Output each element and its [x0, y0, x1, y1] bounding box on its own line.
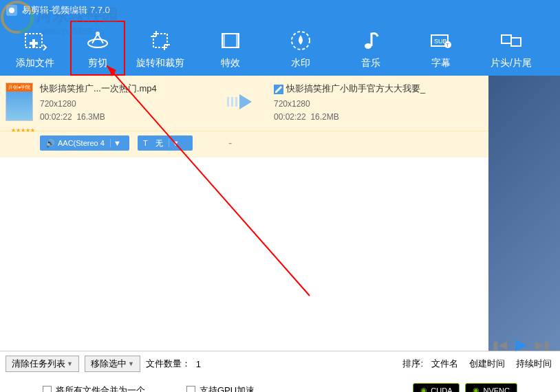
file-list: 开创●学院 ★★★★★ 快影搞笑推广...一次热门.mp4 720x1280 0… — [0, 76, 488, 351]
music-button[interactable]: 音乐 — [336, 21, 406, 76]
clear-list-button[interactable]: 清除任务列表▼ — [6, 356, 79, 372]
output-duration: 00:02:22 — [274, 112, 306, 122]
next-button[interactable]: ▶▮ — [535, 338, 550, 351]
toolbar-label: 剪切 — [88, 57, 107, 69]
svg-rect-12 — [236, 34, 239, 47]
file-count-value: 1 — [196, 359, 201, 369]
cut-button[interactable]: 剪切 — [70, 21, 125, 76]
subtitle-button[interactable]: SUBT 字幕 — [406, 21, 476, 76]
nvidia-icon: ◉ — [473, 386, 480, 392]
nvenc-badge: ◉NVENC — [465, 383, 517, 392]
clips-icon — [499, 27, 524, 54]
svg-rect-19 — [502, 35, 511, 43]
toolbar-label: 旋转和裁剪 — [136, 57, 184, 69]
svg-rect-23 — [235, 97, 237, 107]
app-title: 易剪辑-视频编辑 7.7.0 — [22, 4, 110, 17]
preview-panel — [488, 76, 560, 351]
merge-all-checkbox[interactable]: 将所有文件合并为一个 — [43, 384, 145, 393]
toolbar-label: 添加文件 — [16, 57, 54, 69]
crop-icon — [148, 27, 173, 54]
sort-by-duration[interactable]: 持续时间 — [513, 358, 554, 370]
subtitle-icon: SUBT — [429, 27, 453, 54]
add-file-button[interactable]: 添加文件 — [0, 21, 70, 76]
sort-by-created[interactable]: 创建时间 — [466, 358, 508, 370]
svg-rect-20 — [511, 38, 521, 46]
chevron-down-icon: ▼ — [128, 360, 134, 367]
cut-icon — [85, 27, 110, 54]
toolbar: 添加文件 剪切 旋转和裁剪 特效 水印 音乐 SUBT 字幕 — [0, 21, 560, 76]
watermark-button[interactable]: 水印 — [266, 21, 336, 76]
svg-rect-11 — [222, 34, 225, 47]
text-icon: T — [143, 139, 148, 147]
input-duration: 00:02:22 — [40, 112, 72, 122]
titlebar: 易剪辑-视频编辑 7.7.0 — [0, 0, 560, 21]
input-resolution: 720x1280 — [40, 98, 219, 111]
app-logo-icon — [6, 4, 18, 17]
chevron-down-icon: ▼ — [67, 360, 73, 367]
output-size: 16.2MB — [310, 112, 338, 122]
svg-rect-22 — [231, 97, 233, 107]
rotate-crop-button[interactable]: 旋转和裁剪 — [125, 21, 195, 76]
toolbar-label: 水印 — [291, 57, 310, 69]
remove-selected-button[interactable]: 移除选中▼ — [85, 356, 140, 372]
playback-controls: ▮◀ ▶ ▶▮ — [493, 336, 550, 353]
input-size: 16.3MB — [76, 112, 105, 122]
svg-rect-21 — [227, 97, 229, 107]
toolbar-label: 音乐 — [361, 57, 380, 69]
effects-button[interactable]: 特效 — [195, 21, 266, 76]
subtitle-dropdown[interactable]: T 无 ▼ — [138, 135, 193, 151]
svg-point-7 — [88, 39, 107, 47]
sort-label: 排序: — [402, 358, 423, 370]
options-bar: 将所有文件合并为一个 支持GPU加速 ◉CUDA ◉NVENC — [0, 376, 560, 392]
play-button[interactable]: ▶ — [515, 336, 527, 353]
input-filename: 快影搞笑推广...一次热门.mp4 — [40, 83, 219, 95]
bottom-bar: 清除任务列表▼ 移除选中▼ 文件数量： 1 排序: 文件名 创建时间 持续时间 — [0, 351, 560, 376]
audio-codec-dropdown[interactable]: 🔊AAC(Stereo 4 ▼ — [40, 135, 129, 151]
file-thumbnail: 开创●学院 — [6, 83, 33, 121]
sort-by-name[interactable]: 文件名 — [429, 358, 461, 370]
thumb-badge: 开创●学院 — [6, 83, 32, 91]
toolbar-label: 字幕 — [431, 57, 451, 69]
checkbox-icon — [186, 386, 195, 392]
gpu-accel-checkbox[interactable]: 支持GPU加速 — [186, 384, 255, 393]
output-filename: 快影搞笑推广小助手官方大大我要_ — [286, 83, 425, 94]
chevron-down-icon: ▼ — [169, 139, 182, 147]
cuda-badge: ◉CUDA — [413, 383, 460, 392]
dash-placeholder: - — [201, 137, 232, 149]
speaker-icon: 🔊 — [45, 139, 55, 148]
watermark-icon — [288, 27, 313, 54]
intro-outro-button[interactable]: 片头/片尾 — [476, 21, 546, 76]
rating-stars: ★★★★★ — [6, 127, 40, 133]
prev-button[interactable]: ▮◀ — [493, 338, 507, 351]
chevron-down-icon: ▼ — [110, 139, 124, 147]
param-row: 🔊AAC(Stereo 4 ▼ T 无 ▼ - — [0, 131, 488, 157]
toolbar-label: 片头/片尾 — [491, 57, 532, 69]
preview-thumbnail — [488, 76, 560, 351]
svg-rect-6 — [30, 42, 38, 45]
music-icon — [358, 27, 383, 54]
svg-point-3 — [9, 8, 14, 13]
edit-icon[interactable] — [274, 85, 283, 94]
output-resolution: 720x1280 — [274, 98, 483, 111]
nvidia-icon: ◉ — [420, 386, 427, 392]
file-count-label: 文件数量： — [146, 358, 191, 370]
film-icon — [218, 27, 243, 54]
convert-arrow-icon — [226, 91, 260, 115]
file-row[interactable]: 开创●学院 ★★★★★ 快影搞笑推广...一次热门.mp4 720x1280 0… — [0, 76, 488, 131]
add-icon — [23, 27, 47, 54]
toolbar-label: 特效 — [221, 57, 240, 69]
svg-point-8 — [96, 32, 100, 36]
checkbox-icon — [43, 386, 52, 392]
svg-text:T: T — [446, 42, 449, 48]
